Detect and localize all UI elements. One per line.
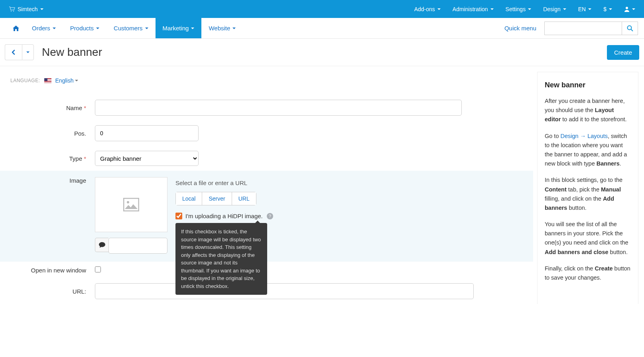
sidebar-p4: You will see the list of all the banners… (545, 220, 631, 257)
comment-icon (99, 242, 105, 248)
quick-menu[interactable]: Quick menu (496, 18, 544, 38)
nav-products[interactable]: Products (63, 18, 106, 38)
pos-input[interactable] (95, 125, 199, 141)
svg-line-4 (631, 29, 633, 31)
sidebar-p1: After you create a banner here, you shou… (545, 97, 631, 124)
sidebar-title: New banner (545, 81, 631, 89)
arrow-left-icon (11, 49, 16, 55)
cart-icon (9, 6, 15, 12)
nav-home[interactable] (7, 18, 25, 38)
hidpi-label: I'm uploading a HiDPI image. (185, 213, 263, 219)
caret-down-icon (437, 8, 441, 10)
svg-point-3 (627, 26, 631, 30)
topmenu-design[interactable]: Design (543, 6, 566, 12)
nav-marketing[interactable]: Marketing (156, 18, 202, 38)
sidebar-p2: Go to Design → Layouts, switch to the lo… (545, 132, 631, 169)
svg-point-6 (127, 201, 129, 203)
hidpi-help-icon[interactable]: ? (267, 213, 273, 219)
language-label: LANGUAGE: (10, 78, 40, 83)
topmenu-addons[interactable]: Add-ons (414, 6, 441, 12)
url-label: URL: (10, 288, 95, 295)
type-label: Type * (10, 155, 95, 162)
main-nav: Orders Products Customers Marketing Webs… (0, 18, 644, 39)
topmenu-settings[interactable]: Settings (506, 6, 532, 12)
svg-point-1 (13, 10, 14, 11)
caption-icon-button[interactable] (95, 238, 108, 252)
caret-down-icon (563, 8, 566, 10)
back-dropdown-button[interactable] (22, 44, 34, 60)
caret-down-icon (528, 8, 531, 10)
topmenu-language[interactable]: EN (578, 6, 591, 12)
search-icon (627, 25, 633, 32)
svg-point-0 (11, 10, 12, 11)
caret-down-icon (588, 8, 591, 10)
caret-down-icon (632, 8, 635, 10)
upload-title: Select a file or enter a URL (175, 179, 523, 186)
flag-us-icon (44, 78, 51, 83)
hidpi-tooltip: If this checkbox is ticked, the source i… (175, 223, 267, 295)
home-icon (13, 26, 19, 31)
upload-local-button[interactable]: Local (175, 192, 202, 205)
name-label: Name * (10, 105, 95, 111)
brand-label: Simtech (18, 6, 38, 12)
page-title: New banner (42, 46, 102, 59)
sidebar-p5: Finally, click on the Create button to s… (545, 264, 631, 282)
upload-url-button[interactable]: URL (232, 192, 256, 205)
page-header: New banner Create (0, 39, 644, 66)
nav-website[interactable]: Website (201, 18, 243, 38)
back-button[interactable] (5, 44, 22, 60)
image-placeholder-icon (123, 198, 139, 211)
caret-down-icon (75, 80, 78, 81)
caret-down-icon (490, 8, 494, 10)
hidpi-checkbox[interactable] (175, 213, 182, 219)
topmenu-currency[interactable]: $ (603, 6, 612, 12)
upload-server-button[interactable]: Server (202, 192, 232, 205)
search-input[interactable] (544, 22, 622, 35)
caret-down-icon (609, 8, 612, 10)
global-search (544, 18, 638, 38)
topmenu-user[interactable] (624, 6, 635, 12)
create-button[interactable]: Create (607, 45, 639, 60)
nav-customers[interactable]: Customers (106, 18, 156, 38)
language-selector[interactable]: English (55, 77, 79, 84)
help-sidebar: New banner After you create a banner her… (537, 72, 638, 304)
name-input[interactable] (95, 100, 462, 116)
nav-orders[interactable]: Orders (25, 18, 63, 38)
svg-point-2 (626, 7, 628, 9)
user-icon (624, 6, 630, 12)
design-layouts-link[interactable]: Design → Layouts (561, 133, 608, 139)
type-select[interactable]: Graphic banner (95, 151, 199, 166)
url-input[interactable] (95, 283, 474, 299)
pos-label: Pos. (10, 130, 95, 137)
caret-down-icon (40, 8, 43, 10)
image-label: Image (10, 177, 95, 184)
topmenu-administration[interactable]: Administration (453, 6, 494, 12)
svg-rect-5 (124, 198, 139, 211)
caret-down-icon (26, 51, 30, 53)
image-preview[interactable] (95, 177, 167, 232)
open-new-window-label: Open in new window (10, 267, 95, 274)
caption-input[interactable] (108, 238, 167, 254)
brand-menu[interactable]: Simtech (9, 6, 43, 12)
open-new-window-checkbox[interactable] (95, 266, 101, 272)
top-bar: Simtech Add-ons Administration Settings … (0, 0, 644, 18)
sidebar-p3: In this block settings, go to the Conten… (545, 176, 631, 213)
search-button[interactable] (622, 22, 638, 35)
